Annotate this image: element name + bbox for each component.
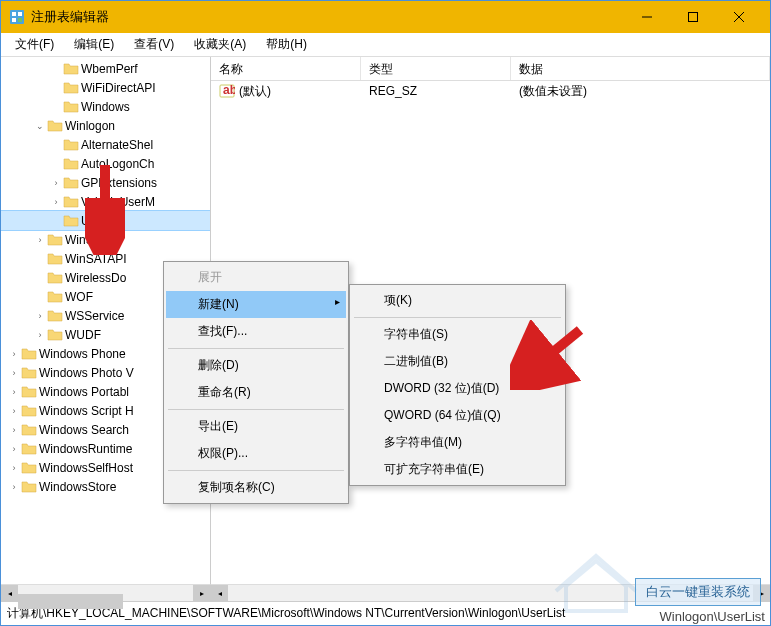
list-row[interactable]: ab (默认) REG_SZ (数值未设置) bbox=[211, 81, 770, 101]
tree-label: WindowsRuntime bbox=[39, 442, 132, 456]
regedit-icon bbox=[9, 9, 25, 25]
tree-label: WOF bbox=[65, 290, 93, 304]
tree-label: WbemPerf bbox=[81, 62, 138, 76]
list-header: 名称 类型 数据 bbox=[211, 57, 770, 81]
expand-icon[interactable]: › bbox=[7, 480, 21, 494]
svg-rect-4 bbox=[18, 18, 22, 22]
annotation-arrow-icon bbox=[85, 160, 125, 255]
col-name[interactable]: 名称 bbox=[211, 57, 361, 80]
ctx-find[interactable]: 查找(F)... bbox=[166, 318, 346, 345]
ctx-new-key[interactable]: 项(K) bbox=[352, 287, 563, 314]
cell-type: REG_SZ bbox=[361, 82, 511, 100]
tree-label: WirelessDo bbox=[65, 271, 126, 285]
expand-spacer bbox=[49, 62, 63, 76]
svg-line-14 bbox=[525, 330, 580, 375]
ctx-copy-key[interactable]: 复制项名称(C) bbox=[166, 474, 346, 501]
expand-icon[interactable]: › bbox=[7, 442, 21, 456]
tree-node[interactable]: ⌄Winlogon bbox=[1, 116, 210, 135]
col-type[interactable]: 类型 bbox=[361, 57, 511, 80]
ctx-new-multistring[interactable]: 多字符串值(M) bbox=[352, 429, 563, 456]
menu-file[interactable]: 文件(F) bbox=[5, 33, 64, 56]
ctx-permissions[interactable]: 权限(P)... bbox=[166, 440, 346, 467]
ctx-new[interactable]: 新建(N) bbox=[166, 291, 346, 318]
close-icon bbox=[734, 12, 744, 22]
cell-name: ab (默认) bbox=[211, 81, 361, 102]
string-value-icon: ab bbox=[219, 83, 235, 99]
ctx-delete[interactable]: 删除(D) bbox=[166, 352, 346, 379]
tree-label: Windows Search bbox=[39, 423, 129, 437]
expand-spacer bbox=[49, 214, 63, 228]
tree-node[interactable]: Windows bbox=[1, 97, 210, 116]
window-title: 注册表编辑器 bbox=[31, 8, 624, 26]
col-data[interactable]: 数据 bbox=[511, 57, 770, 80]
cell-data: (数值未设置) bbox=[511, 81, 770, 102]
scroll-thumb[interactable] bbox=[18, 594, 123, 609]
expand-icon[interactable]: › bbox=[7, 404, 21, 418]
expand-spacer bbox=[49, 138, 63, 152]
expand-spacer bbox=[49, 100, 63, 114]
menu-favorites[interactable]: 收藏夹(A) bbox=[184, 33, 256, 56]
tree-label: Windows Phone bbox=[39, 347, 126, 361]
expand-icon[interactable]: › bbox=[33, 309, 47, 323]
expand-spacer bbox=[33, 271, 47, 285]
ctx-separator bbox=[168, 470, 344, 471]
expand-spacer bbox=[33, 252, 47, 266]
expand-icon[interactable]: › bbox=[7, 385, 21, 399]
expand-icon[interactable]: › bbox=[7, 423, 21, 437]
tree-node[interactable]: WiFiDirectAPI bbox=[1, 78, 210, 97]
maximize-icon bbox=[688, 12, 698, 22]
context-menu-main: 展开 新建(N) 查找(F)... 删除(D) 重命名(R) 导出(E) 权限(… bbox=[163, 261, 349, 504]
tree-label: Windows Script H bbox=[39, 404, 134, 418]
ctx-export[interactable]: 导出(E) bbox=[166, 413, 346, 440]
ctx-new-expandstring[interactable]: 可扩充字符串值(E) bbox=[352, 456, 563, 483]
tree-label: Windows Portabl bbox=[39, 385, 129, 399]
watermark-url: Winlogon\UserList bbox=[660, 609, 766, 624]
scroll-right-button[interactable]: ▸ bbox=[193, 585, 210, 602]
expand-icon[interactable]: › bbox=[33, 328, 47, 342]
tree-label: WindowsSelfHost bbox=[39, 461, 133, 475]
ctx-new-qword[interactable]: QWORD (64 位)值(Q) bbox=[352, 402, 563, 429]
window-controls bbox=[624, 1, 762, 33]
menu-edit[interactable]: 编辑(E) bbox=[64, 33, 124, 56]
tree-node[interactable]: AlternateShel bbox=[1, 135, 210, 154]
tree-label: WUDF bbox=[65, 328, 101, 342]
menu-help[interactable]: 帮助(H) bbox=[256, 33, 317, 56]
minimize-icon bbox=[642, 12, 652, 22]
tree-node[interactable]: WbemPerf bbox=[1, 59, 210, 78]
annotation-arrow-icon bbox=[510, 320, 590, 390]
expand-icon[interactable]: › bbox=[33, 233, 47, 247]
expand-icon[interactable]: › bbox=[7, 366, 21, 380]
close-button[interactable] bbox=[716, 1, 762, 33]
tree-label: AlternateShel bbox=[81, 138, 153, 152]
expand-icon[interactable]: › bbox=[7, 461, 21, 475]
tree-scrollbar-h[interactable]: ◂ ▸ bbox=[1, 584, 211, 601]
watermark-brand: 白云一键重装系统 bbox=[635, 578, 761, 606]
svg-rect-3 bbox=[12, 18, 16, 22]
tree-label: Windows bbox=[81, 100, 130, 114]
tree-label: WindowsStore bbox=[39, 480, 116, 494]
tree-label: Winlogon bbox=[65, 119, 115, 133]
expand-icon[interactable]: › bbox=[49, 195, 63, 209]
ctx-separator bbox=[168, 409, 344, 410]
menu-view[interactable]: 查看(V) bbox=[124, 33, 184, 56]
minimize-button[interactable] bbox=[624, 1, 670, 33]
expand-spacer bbox=[33, 290, 47, 304]
tree-label: WSService bbox=[65, 309, 124, 323]
value-name: (默认) bbox=[239, 84, 271, 98]
tree-label: Windows Photo V bbox=[39, 366, 134, 380]
ctx-rename[interactable]: 重命名(R) bbox=[166, 379, 346, 406]
tree-label: WiFiDirectAPI bbox=[81, 81, 156, 95]
svg-rect-6 bbox=[689, 13, 698, 22]
titlebar[interactable]: 注册表编辑器 bbox=[1, 1, 770, 33]
ctx-separator bbox=[354, 317, 561, 318]
maximize-button[interactable] bbox=[670, 1, 716, 33]
scroll-left-button[interactable]: ◂ bbox=[1, 585, 18, 602]
expand-icon[interactable]: › bbox=[7, 347, 21, 361]
svg-marker-15 bbox=[566, 561, 626, 611]
collapse-icon[interactable]: ⌄ bbox=[33, 119, 47, 133]
expand-spacer bbox=[49, 157, 63, 171]
scroll-left-button[interactable]: ◂ bbox=[211, 585, 228, 602]
ctx-expand: 展开 bbox=[166, 264, 346, 291]
svg-rect-2 bbox=[18, 12, 22, 16]
expand-icon[interactable]: › bbox=[49, 176, 63, 190]
